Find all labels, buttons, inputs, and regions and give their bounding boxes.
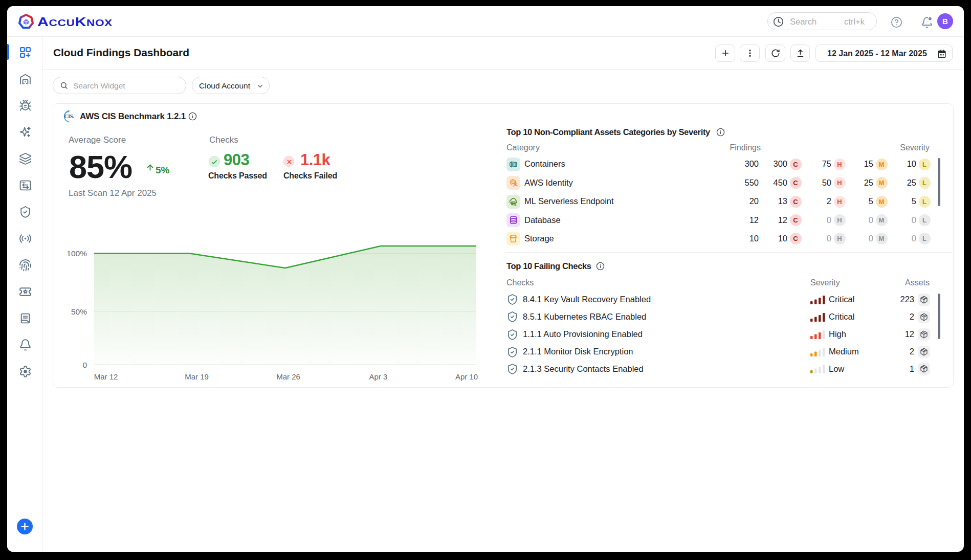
svg-text:Apr 10: Apr 10 <box>455 372 478 381</box>
svg-text:Mar 26: Mar 26 <box>276 372 300 381</box>
svg-text:Mar 19: Mar 19 <box>185 372 209 381</box>
svg-text:0: 0 <box>82 361 87 369</box>
svg-text:100%: 100% <box>67 249 87 258</box>
svg-text:50%: 50% <box>71 307 87 316</box>
svg-text:Mar 12: Mar 12 <box>94 372 118 381</box>
svg-text:Apr 3: Apr 3 <box>369 372 388 381</box>
